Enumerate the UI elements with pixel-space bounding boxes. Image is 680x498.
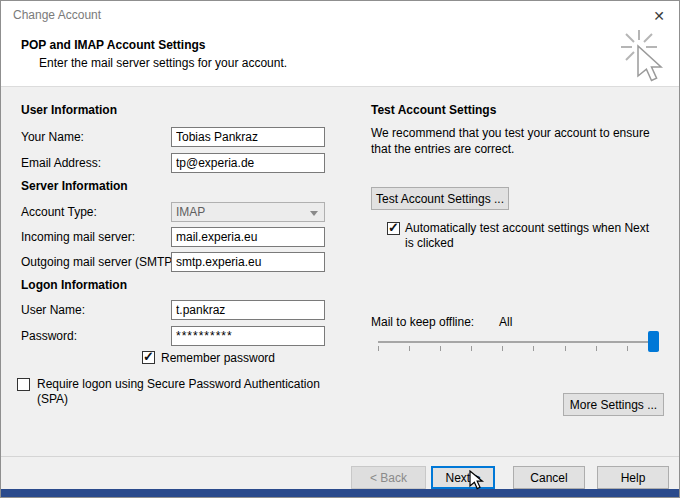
cancel-button[interactable]: Cancel — [513, 466, 585, 489]
account-type-label: Account Type: — [21, 205, 97, 219]
outgoing-server-input[interactable] — [171, 252, 325, 272]
remember-password-label: Remember password — [161, 351, 275, 366]
bottom-accent-bar — [1, 489, 679, 497]
spa-checkbox[interactable] — [17, 378, 30, 391]
page-title: POP and IMAP Account Settings — [21, 38, 205, 52]
slider-handle[interactable] — [648, 331, 659, 352]
test-account-settings-description: We recommend that you test your account … — [371, 125, 671, 157]
offline-label: Mail to keep offline: — [371, 315, 474, 329]
password-label: Password: — [21, 329, 77, 343]
user-information-heading: User Information — [21, 103, 117, 117]
outgoing-server-label: Outgoing mail server (SMTP): — [21, 255, 180, 269]
incoming-server-input[interactable] — [171, 227, 325, 247]
page-subtitle: Enter the mail server settings for your … — [39, 56, 287, 70]
close-icon: ✕ — [653, 8, 665, 24]
logon-information-heading: Logon Information — [21, 278, 127, 292]
auto-test-label: Automatically test account settings when… — [405, 221, 657, 251]
email-address-label: Email Address: — [21, 156, 101, 170]
back-button: < Back — [351, 466, 426, 489]
your-name-input[interactable] — [171, 127, 325, 147]
more-settings-button[interactable]: More Settings ... — [563, 393, 664, 416]
help-button[interactable]: Help — [597, 466, 669, 489]
dialog-header: POP and IMAP Account Settings Enter the … — [1, 29, 679, 87]
user-name-label: User Name: — [21, 303, 85, 317]
next-button[interactable]: Next > — [431, 466, 495, 489]
slider-track[interactable] — [378, 341, 659, 343]
user-name-input[interactable] — [171, 300, 325, 320]
change-account-dialog: Change Account ✕ POP and IMAP Account Se… — [0, 0, 680, 498]
incoming-server-label: Incoming mail server: — [21, 230, 135, 244]
email-address-input[interactable] — [171, 153, 325, 173]
password-input[interactable] — [171, 326, 325, 346]
server-information-heading: Server Information — [21, 179, 128, 193]
close-button[interactable]: ✕ — [649, 6, 669, 26]
title-bar: Change Account ✕ — [1, 1, 679, 29]
test-account-settings-heading: Test Account Settings — [371, 103, 496, 117]
sparkle-cursor-icon — [609, 29, 671, 91]
footer-separator — [1, 456, 679, 457]
window-title: Change Account — [13, 8, 101, 22]
test-account-settings-button[interactable]: Test Account Settings ... — [371, 187, 509, 210]
offline-value: All — [499, 315, 512, 329]
spa-label: Require logon using Secure Password Auth… — [37, 377, 325, 407]
your-name-label: Your Name: — [21, 130, 84, 144]
remember-password-checkbox[interactable] — [142, 351, 155, 364]
slider-ticks — [378, 346, 659, 351]
auto-test-checkbox[interactable] — [387, 222, 400, 235]
account-type-select: IMAP — [171, 202, 325, 222]
offline-slider[interactable] — [378, 329, 659, 355]
